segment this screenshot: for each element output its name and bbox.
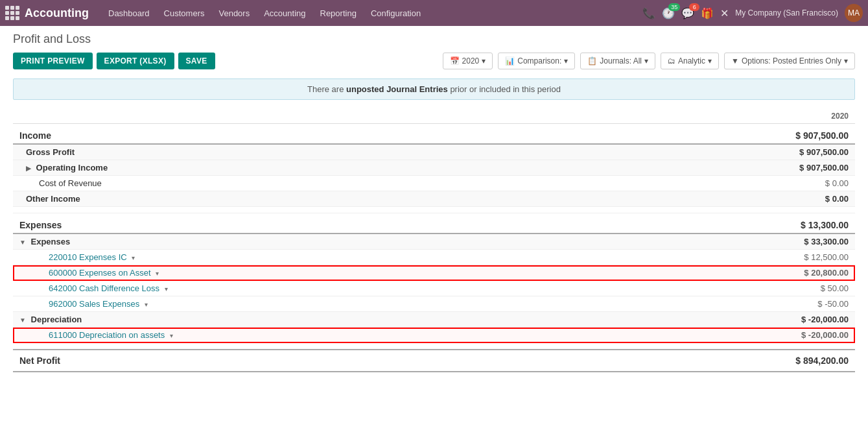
nav-reporting[interactable]: Reporting xyxy=(314,6,363,21)
toolbar-filters: 📅 2020 ▾ 📊 Comparison: ▾ 📋 Journals: All… xyxy=(443,53,855,69)
phone-button[interactable]: 📞 xyxy=(642,7,655,19)
other-income-value: $ 0.00 xyxy=(738,191,855,207)
group-gross-profit: Gross Profit $ 907,500.00 xyxy=(13,144,855,160)
message-button[interactable]: 💬 6 xyxy=(681,7,694,19)
income-label: Income xyxy=(13,124,738,145)
page-content: Profit and Loss PRINT PREVIEW EXPORT (XL… xyxy=(0,26,868,379)
cost-revenue-label: Cost of Revenue xyxy=(13,176,738,191)
avatar[interactable]: MA xyxy=(845,4,863,22)
item-600000: 600000 Expenses on Asset ▾ $ 20,800.00 xyxy=(13,265,855,281)
nav-vendors[interactable]: Vendors xyxy=(212,6,256,21)
nav-customers[interactable]: Customers xyxy=(158,6,211,21)
analytic-filter[interactable]: 🗂 Analytic ▾ xyxy=(661,53,719,69)
item-642000-label[interactable]: 642000 Cash Difference Loss ▾ xyxy=(13,281,738,296)
section-income: Income $ 907,500.00 xyxy=(13,124,855,145)
expenses-group-value: $ 33,300.00 xyxy=(738,233,855,250)
item-962000-dropdown[interactable]: ▾ xyxy=(145,301,148,308)
expenses-section-value: $ 13,300.00 xyxy=(738,213,855,234)
options-filter[interactable]: ▼ Options: Posted Entries Only ▾ xyxy=(724,53,855,69)
company-name[interactable]: My Company (San Francisco) xyxy=(735,8,838,18)
section-expenses: Expenses $ 13,300.00 xyxy=(13,213,855,234)
year-filter[interactable]: 📅 2020 ▾ xyxy=(443,53,493,69)
group-depreciation[interactable]: ▼ Depreciation $ -20,000.00 xyxy=(13,312,855,328)
info-bold: unposted Journal Entries xyxy=(346,84,448,94)
row-net-profit: Net Profit $ 894,200.00 xyxy=(13,350,855,372)
item-962000-label[interactable]: 962000 Sales Expenses ▾ xyxy=(13,296,738,312)
gift-button[interactable]: 🎁 xyxy=(701,7,714,19)
activity-badge: 35 xyxy=(668,3,680,11)
spacer-row-2 xyxy=(13,343,855,350)
item-220010-label[interactable]: 220010 Expenses IC ▾ xyxy=(13,250,738,265)
item-611000: 611000 Depreciation on assets ▾ $ -20,00… xyxy=(13,328,855,343)
col-year-header: 2020 xyxy=(738,109,855,124)
message-badge: 6 xyxy=(689,3,699,11)
income-value: $ 907,500.00 xyxy=(738,124,855,145)
depreciation-label: ▼ Depreciation xyxy=(13,312,738,328)
journals-filter[interactable]: 📋 Journals: All ▾ xyxy=(580,53,655,69)
item-220010-dropdown[interactable]: ▾ xyxy=(132,254,135,261)
item-611000-value: $ -20,000.00 xyxy=(738,328,855,343)
toolbar: PRINT PREVIEW EXPORT (XLSX) SAVE 📅 2020 … xyxy=(13,53,855,69)
page-title: Profit and Loss xyxy=(13,32,855,46)
item-642000: 642000 Cash Difference Loss ▾ $ 50.00 xyxy=(13,281,855,296)
other-income-label: Other Income xyxy=(13,191,738,207)
item-611000-dropdown[interactable]: ▾ xyxy=(170,332,173,339)
item-220010: 220010 Expenses IC ▾ $ 12,500.00 xyxy=(13,250,855,265)
expand-expenses-arrow: ▼ xyxy=(19,239,26,246)
main-menu: Dashboard Customers Vendors Accounting R… xyxy=(102,6,642,21)
grid-icon xyxy=(5,6,19,20)
item-962000: 962000 Sales Expenses ▾ $ -50.00 xyxy=(13,296,855,312)
info-bar: There are unposted Journal Entries prior… xyxy=(13,78,855,100)
nav-accounting[interactable]: Accounting xyxy=(257,6,312,21)
top-navigation: Accounting Dashboard Customers Vendors A… xyxy=(0,0,868,26)
cost-revenue-value: $ 0.00 xyxy=(738,176,855,191)
group-expenses[interactable]: ▼ Expenses $ 33,300.00 xyxy=(13,233,855,250)
print-preview-button[interactable]: PRINT PREVIEW xyxy=(13,53,93,69)
nav-configuration[interactable]: Configuration xyxy=(364,6,427,21)
close-button[interactable]: ✕ xyxy=(720,7,729,19)
operating-income-label: ▶ Operating Income xyxy=(13,160,738,176)
item-600000-value: $ 20,800.00 xyxy=(738,265,855,281)
save-button[interactable]: SAVE xyxy=(178,53,215,69)
group-other-income: Other Income $ 0.00 xyxy=(13,191,855,207)
gross-profit-value: $ 907,500.00 xyxy=(738,144,855,160)
export-xlsx-button[interactable]: EXPORT (XLSX) xyxy=(97,53,174,69)
gross-profit-label: Gross Profit xyxy=(13,144,738,160)
item-cost-of-revenue: Cost of Revenue $ 0.00 xyxy=(13,176,855,191)
expenses-section-label: Expenses xyxy=(13,213,738,234)
expenses-group-label: ▼ Expenses xyxy=(13,233,738,250)
comparison-filter[interactable]: 📊 Comparison: ▾ xyxy=(498,53,575,69)
operating-income-value: $ 907,500.00 xyxy=(738,160,855,176)
item-600000-dropdown[interactable]: ▾ xyxy=(156,270,159,277)
report-table: 2020 Income $ 907,500.00 Gross Profit $ … xyxy=(13,109,855,372)
activity-button[interactable]: 🕐 35 xyxy=(662,7,675,19)
item-600000-label[interactable]: 600000 Expenses on Asset ▾ xyxy=(13,265,738,281)
expand-depreciation-arrow: ▼ xyxy=(19,317,26,324)
item-611000-label[interactable]: 611000 Depreciation on assets ▾ xyxy=(13,328,738,343)
topnav-right: 📞 🕐 35 💬 6 🎁 ✕ My Company (San Francisco… xyxy=(642,4,863,22)
net-profit-label: Net Profit xyxy=(13,350,738,372)
brand-name: Accounting xyxy=(25,6,89,20)
group-operating-income[interactable]: ▶ Operating Income $ 907,500.00 xyxy=(13,160,855,176)
spacer-row xyxy=(13,207,855,213)
expand-arrow: ▶ xyxy=(26,165,31,172)
net-profit-value: $ 894,200.00 xyxy=(738,350,855,372)
item-642000-value: $ 50.00 xyxy=(738,281,855,296)
app-brand[interactable]: Accounting xyxy=(5,6,89,20)
item-642000-dropdown[interactable]: ▾ xyxy=(165,285,168,293)
item-962000-value: $ -50.00 xyxy=(738,296,855,312)
item-220010-value: $ 12,500.00 xyxy=(738,250,855,265)
depreciation-value: $ -20,000.00 xyxy=(738,312,855,328)
nav-dashboard[interactable]: Dashboard xyxy=(102,6,156,21)
